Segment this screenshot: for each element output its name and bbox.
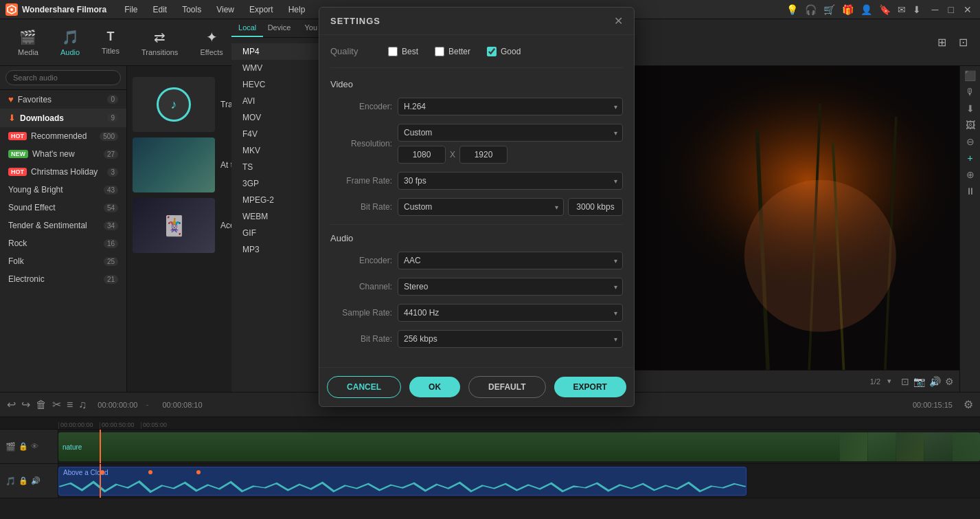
mini-icon-2[interactable]: 🎙	[966, 87, 975, 98]
minimize-button[interactable]: ─	[929, 4, 942, 15]
format-ts[interactable]: TS	[231, 159, 327, 175]
audio-encoder-select[interactable]: AAC MP3	[398, 252, 623, 269]
nav-electronic[interactable]: Electronic 21	[0, 270, 126, 288]
quality-good-checkbox[interactable]	[487, 47, 497, 56]
search-input[interactable]	[5, 70, 121, 85]
bitrate-select[interactable]: Custom 8000 kbps 16000 kbps	[398, 198, 564, 216]
audio-mute-icon[interactable]: 🔊	[31, 476, 41, 485]
redo-icon[interactable]: ↪	[21, 398, 30, 411]
toolbar-transitions[interactable]: ⇄ Transitions	[132, 25, 187, 60]
format-3gp[interactable]: 3GP	[231, 175, 327, 192]
format-gif[interactable]: GIF	[231, 225, 327, 241]
nav-recommended[interactable]: HOT Recommended 500	[0, 127, 126, 145]
nav-sound-effect[interactable]: Sound Effect 54	[0, 199, 126, 217]
video-encoder-select[interactable]: H.264 H.265 MPEG-4	[398, 98, 623, 115]
full-screen-icon[interactable]: ⊡	[901, 376, 909, 387]
dialog-close-button[interactable]: ✕	[614, 14, 623, 27]
fraction-dropdown[interactable]: ▾	[887, 377, 891, 386]
tab-local[interactable]: Local	[231, 19, 263, 37]
nav-folk[interactable]: Folk 25	[0, 252, 126, 270]
mini-icon-5[interactable]: ⊖	[966, 136, 975, 147]
timeline-preview-time: 00:00:15:15	[913, 401, 953, 409]
res-height-input[interactable]	[459, 146, 508, 164]
mini-icon-3[interactable]: ⬇	[966, 103, 975, 114]
menu-tools[interactable]: Tools	[175, 3, 208, 16]
quality-better-checkbox[interactable]	[435, 47, 444, 56]
timeline-setting-icon[interactable]: ⚙	[964, 398, 973, 411]
nav-downloads[interactable]: ⬇ Downloads 9	[0, 109, 126, 127]
mini-icon-7[interactable]: ⊕	[966, 169, 975, 180]
toolbar-titles[interactable]: T Titles	[92, 25, 129, 59]
audio-channel-select[interactable]: Stereo Mono	[398, 278, 623, 296]
quality-best[interactable]: Best	[388, 47, 418, 56]
quality-better[interactable]: Better	[435, 47, 470, 56]
cancel-button[interactable]: CANCEL	[327, 376, 401, 398]
menu-view[interactable]: View	[209, 3, 241, 16]
nav-christmas[interactable]: HOT Christmas Holiday 3	[0, 163, 126, 181]
cut-icon[interactable]: ✂	[52, 398, 61, 411]
audio-lock-icon[interactable]: 🔒	[19, 476, 28, 485]
format-wmv[interactable]: WMV	[231, 60, 327, 76]
toolbar-media[interactable]: 🎬 Media	[8, 25, 48, 60]
mail-icon[interactable]: ✉	[898, 4, 906, 15]
cart-icon[interactable]: 🛒	[823, 4, 835, 15]
format-hevc[interactable]: HEVC	[231, 76, 327, 93]
toolbar-effects[interactable]: ✦ Effects	[190, 25, 232, 60]
delete-icon[interactable]: 🗑	[36, 399, 47, 411]
user-icon[interactable]: 👤	[861, 4, 872, 15]
format-f4v[interactable]: F4V	[231, 126, 327, 142]
format-mp3[interactable]: MP3	[231, 241, 327, 258]
gift-icon[interactable]: 🎁	[842, 4, 854, 15]
format-avi[interactable]: AVI	[231, 93, 327, 109]
maximize-button[interactable]: □	[946, 4, 957, 15]
nav-whats-new[interactable]: NEW What's new 27	[0, 145, 126, 163]
quality-good[interactable]: Good	[487, 47, 521, 56]
format-mp4[interactable]: MP4	[231, 43, 327, 60]
mini-icon-4[interactable]: 🖼	[966, 120, 975, 131]
bulb-icon[interactable]: 💡	[786, 4, 798, 15]
res-width-input[interactable]	[398, 146, 446, 164]
volume-icon[interactable]: 🔊	[929, 376, 941, 387]
bitrate-input[interactable]: 3000 kbps	[568, 198, 623, 216]
layout-icon-2[interactable]: ⊡	[955, 33, 972, 52]
layout-icon-1[interactable]: ⊞	[933, 33, 950, 52]
quality-best-checkbox[interactable]	[388, 47, 398, 56]
nav-tender[interactable]: Tender & Sentimental 34	[0, 217, 126, 234]
bookmark-icon[interactable]: 🔖	[879, 4, 891, 15]
nav-young-bright[interactable]: Young & Bright 43	[0, 181, 126, 199]
mini-icon-1[interactable]: ⬛	[964, 70, 976, 81]
settings-icon-preview[interactable]: ⚙	[945, 376, 954, 387]
audio-detach-icon[interactable]: ♫	[78, 399, 87, 411]
nav-favorites[interactable]: ♥ Favorites 0	[0, 90, 126, 109]
ok-button[interactable]: OK	[409, 377, 460, 397]
tab-device[interactable]: Device	[263, 19, 295, 37]
menu-export[interactable]: Export	[242, 3, 280, 16]
framerate-select[interactable]: 24 fps 25 fps 30 fps 60 fps	[398, 172, 623, 190]
audio-clip[interactable]: Above a Cloud	[58, 467, 747, 496]
lock-icon[interactable]: 🔒	[19, 442, 28, 451]
audio-bitrate-select[interactable]: 256 kbps 192 kbps 128 kbps	[398, 330, 623, 348]
audio-samplerate-select[interactable]: 44100 Hz 48000 Hz 22050 Hz	[398, 304, 623, 322]
nav-rock[interactable]: Rock 16	[0, 234, 126, 252]
menu-file[interactable]: File	[117, 3, 144, 16]
menu-help[interactable]: Help	[282, 3, 312, 16]
format-mov[interactable]: MOV	[231, 109, 327, 126]
snapshot-icon[interactable]: 📷	[913, 376, 925, 387]
mini-icon-8[interactable]: ⏸	[966, 186, 975, 197]
close-button[interactable]: ✕	[961, 4, 975, 15]
default-button[interactable]: DEFAULT	[468, 376, 545, 398]
format-mkv[interactable]: MKV	[231, 142, 327, 159]
undo-icon[interactable]: ↩	[7, 398, 16, 411]
headset-icon[interactable]: 🎧	[805, 4, 817, 15]
eye-icon[interactable]: 👁	[31, 442, 38, 451]
video-clip[interactable]: nature	[58, 432, 980, 461]
mini-icon-6[interactable]: +	[967, 153, 972, 164]
export-button[interactable]: EXPORT	[554, 377, 626, 397]
resolution-select[interactable]: Custom 1920x1080 1280x720	[398, 124, 623, 142]
toolbar-audio[interactable]: 🎵 Audio	[51, 25, 89, 60]
split-audio-icon[interactable]: ≡	[67, 399, 73, 411]
menu-edit[interactable]: Edit	[146, 3, 174, 16]
format-mpeg2[interactable]: MPEG-2	[231, 192, 327, 208]
format-webm[interactable]: WEBM	[231, 208, 327, 225]
download-icon[interactable]: ⬇	[913, 4, 921, 15]
